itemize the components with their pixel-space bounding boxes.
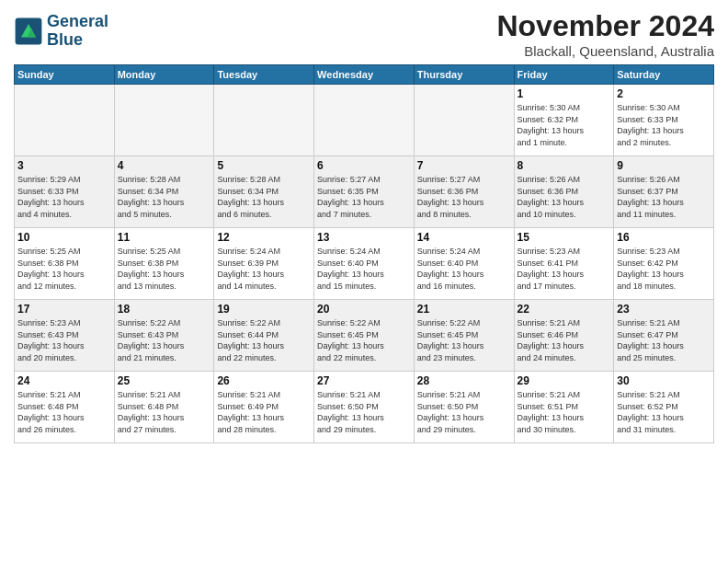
day-number: 16 (617, 231, 711, 244)
calendar-cell: 28Sunrise: 5:21 AM Sunset: 6:50 PM Dayli… (414, 372, 514, 443)
calendar-cell: 29Sunrise: 5:21 AM Sunset: 6:51 PM Dayli… (514, 372, 614, 443)
day-info: Sunrise: 5:21 AM Sunset: 6:46 PM Dayligh… (518, 317, 611, 363)
calendar-header: SundayMondayTuesdayWednesdayThursdayFrid… (15, 65, 714, 85)
day-info: Sunrise: 5:23 AM Sunset: 6:42 PM Dayligh… (617, 246, 711, 292)
day-info: Sunrise: 5:22 AM Sunset: 6:44 PM Dayligh… (217, 317, 311, 363)
day-number: 6 (317, 159, 411, 172)
calendar-cell: 2Sunrise: 5:30 AM Sunset: 6:33 PM Daylig… (614, 85, 714, 156)
day-number: 8 (518, 159, 611, 172)
logo-icon (14, 17, 43, 46)
day-number: 3 (17, 159, 111, 172)
calendar-cell: 9Sunrise: 5:26 AM Sunset: 6:37 PM Daylig… (614, 156, 714, 228)
week-row-5: 24Sunrise: 5:21 AM Sunset: 6:48 PM Dayli… (15, 372, 714, 443)
day-number: 18 (118, 303, 211, 316)
day-info: Sunrise: 5:30 AM Sunset: 6:32 PM Dayligh… (518, 102, 611, 148)
weekday-header-tuesday: Tuesday (214, 65, 314, 85)
calendar-cell: 18Sunrise: 5:22 AM Sunset: 6:43 PM Dayli… (114, 300, 214, 372)
calendar-cell: 17Sunrise: 5:23 AM Sunset: 6:43 PM Dayli… (15, 300, 115, 372)
weekday-header-monday: Monday (114, 65, 214, 85)
location: Blackall, Queensland, Australia (496, 43, 714, 59)
calendar-cell: 19Sunrise: 5:22 AM Sunset: 6:44 PM Dayli… (214, 300, 314, 372)
title-block: November 2024 Blackall, Queensland, Aust… (496, 9, 714, 59)
day-info: Sunrise: 5:27 AM Sunset: 6:36 PM Dayligh… (417, 174, 511, 220)
day-number: 12 (217, 231, 311, 244)
day-info: Sunrise: 5:27 AM Sunset: 6:35 PM Dayligh… (317, 174, 411, 220)
day-number: 9 (617, 159, 711, 172)
day-number: 1 (518, 87, 611, 100)
day-info: Sunrise: 5:23 AM Sunset: 6:41 PM Dayligh… (518, 246, 611, 292)
weekday-header-sunday: Sunday (15, 65, 115, 85)
day-info: Sunrise: 5:22 AM Sunset: 6:45 PM Dayligh… (417, 317, 511, 363)
calendar-cell: 27Sunrise: 5:21 AM Sunset: 6:50 PM Dayli… (314, 372, 415, 443)
calendar-cell: 3Sunrise: 5:29 AM Sunset: 6:33 PM Daylig… (15, 156, 115, 228)
calendar-body: 1Sunrise: 5:30 AM Sunset: 6:32 PM Daylig… (15, 85, 714, 443)
day-number: 26 (217, 374, 311, 387)
header: General Blue November 2024 Blackall, Que… (14, 9, 714, 59)
day-number: 19 (217, 303, 311, 316)
calendar-cell: 20Sunrise: 5:22 AM Sunset: 6:45 PM Dayli… (314, 300, 415, 372)
logo: General Blue (14, 13, 108, 50)
calendar-cell (214, 85, 314, 156)
day-info: Sunrise: 5:22 AM Sunset: 6:45 PM Dayligh… (317, 317, 411, 363)
day-info: Sunrise: 5:24 AM Sunset: 6:40 PM Dayligh… (317, 246, 411, 292)
day-number: 30 (617, 374, 711, 387)
calendar-cell: 1Sunrise: 5:30 AM Sunset: 6:32 PM Daylig… (514, 85, 614, 156)
day-info: Sunrise: 5:30 AM Sunset: 6:33 PM Dayligh… (617, 102, 711, 148)
day-info: Sunrise: 5:21 AM Sunset: 6:48 PM Dayligh… (118, 389, 211, 435)
day-number: 28 (417, 374, 511, 387)
day-info: Sunrise: 5:24 AM Sunset: 6:40 PM Dayligh… (417, 246, 511, 292)
day-info: Sunrise: 5:21 AM Sunset: 6:50 PM Dayligh… (417, 389, 511, 435)
day-info: Sunrise: 5:21 AM Sunset: 6:49 PM Dayligh… (217, 389, 311, 435)
weekday-header-friday: Friday (514, 65, 614, 85)
calendar-cell: 15Sunrise: 5:23 AM Sunset: 6:41 PM Dayli… (514, 228, 614, 300)
calendar-cell: 25Sunrise: 5:21 AM Sunset: 6:48 PM Dayli… (114, 372, 214, 443)
weekday-header-wednesday: Wednesday (314, 65, 415, 85)
calendar-cell: 14Sunrise: 5:24 AM Sunset: 6:40 PM Dayli… (414, 228, 514, 300)
logo-text: General Blue (47, 13, 108, 50)
day-number: 14 (417, 231, 511, 244)
day-info: Sunrise: 5:21 AM Sunset: 6:48 PM Dayligh… (17, 389, 111, 435)
calendar-cell: 26Sunrise: 5:21 AM Sunset: 6:49 PM Dayli… (214, 372, 314, 443)
page: General Blue November 2024 Blackall, Que… (0, 0, 728, 563)
calendar-table: SundayMondayTuesdayWednesdayThursdayFrid… (14, 64, 714, 443)
calendar-cell: 10Sunrise: 5:25 AM Sunset: 6:38 PM Dayli… (15, 228, 115, 300)
calendar-cell: 23Sunrise: 5:21 AM Sunset: 6:47 PM Dayli… (614, 300, 714, 372)
calendar-cell: 16Sunrise: 5:23 AM Sunset: 6:42 PM Dayli… (614, 228, 714, 300)
day-number: 10 (17, 231, 111, 244)
day-number: 2 (617, 87, 711, 100)
day-number: 11 (118, 231, 211, 244)
day-info: Sunrise: 5:21 AM Sunset: 6:47 PM Dayligh… (617, 317, 711, 363)
week-row-1: 1Sunrise: 5:30 AM Sunset: 6:32 PM Daylig… (15, 85, 714, 156)
day-number: 5 (217, 159, 311, 172)
calendar-cell: 12Sunrise: 5:24 AM Sunset: 6:39 PM Dayli… (214, 228, 314, 300)
month-title: November 2024 (496, 9, 714, 43)
day-number: 24 (17, 374, 111, 387)
calendar-cell: 4Sunrise: 5:28 AM Sunset: 6:34 PM Daylig… (114, 156, 214, 228)
calendar-cell (15, 85, 115, 156)
week-row-4: 17Sunrise: 5:23 AM Sunset: 6:43 PM Dayli… (15, 300, 714, 372)
day-number: 22 (518, 303, 611, 316)
calendar-cell: 22Sunrise: 5:21 AM Sunset: 6:46 PM Dayli… (514, 300, 614, 372)
day-number: 13 (317, 231, 411, 244)
day-info: Sunrise: 5:21 AM Sunset: 6:51 PM Dayligh… (518, 389, 611, 435)
day-info: Sunrise: 5:28 AM Sunset: 6:34 PM Dayligh… (118, 174, 211, 220)
logo-line2: Blue (47, 31, 108, 50)
calendar-cell: 6Sunrise: 5:27 AM Sunset: 6:35 PM Daylig… (314, 156, 415, 228)
calendar-cell: 21Sunrise: 5:22 AM Sunset: 6:45 PM Dayli… (414, 300, 514, 372)
calendar-cell (414, 85, 514, 156)
day-number: 29 (518, 374, 611, 387)
calendar-cell: 5Sunrise: 5:28 AM Sunset: 6:34 PM Daylig… (214, 156, 314, 228)
day-number: 25 (118, 374, 211, 387)
day-info: Sunrise: 5:24 AM Sunset: 6:39 PM Dayligh… (217, 246, 311, 292)
calendar-cell (314, 85, 415, 156)
calendar-cell: 11Sunrise: 5:25 AM Sunset: 6:38 PM Dayli… (114, 228, 214, 300)
day-info: Sunrise: 5:21 AM Sunset: 6:52 PM Dayligh… (617, 389, 711, 435)
day-info: Sunrise: 5:25 AM Sunset: 6:38 PM Dayligh… (118, 246, 211, 292)
day-number: 23 (617, 303, 711, 316)
day-info: Sunrise: 5:26 AM Sunset: 6:36 PM Dayligh… (518, 174, 611, 220)
day-info: Sunrise: 5:23 AM Sunset: 6:43 PM Dayligh… (17, 317, 111, 363)
week-row-3: 10Sunrise: 5:25 AM Sunset: 6:38 PM Dayli… (15, 228, 714, 300)
day-info: Sunrise: 5:29 AM Sunset: 6:33 PM Dayligh… (17, 174, 111, 220)
calendar-cell: 7Sunrise: 5:27 AM Sunset: 6:36 PM Daylig… (414, 156, 514, 228)
day-number: 17 (17, 303, 111, 316)
